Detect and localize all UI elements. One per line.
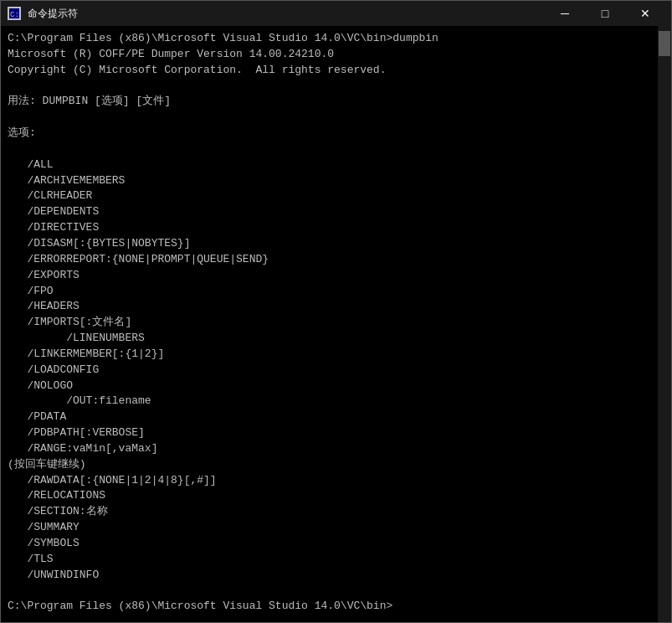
close-button[interactable]: ✕	[626, 1, 664, 26]
svg-text:C:: C:	[10, 11, 19, 19]
console-output: C:\Program Files (x86)\Microsoft Visual …	[8, 31, 664, 615]
cmd-icon: C:	[8, 7, 21, 20]
scrollbar[interactable]	[658, 26, 671, 622]
title-bar-left: C: 命令提示符	[8, 7, 78, 21]
window-title: 命令提示符	[28, 7, 78, 21]
console-area[interactable]: C:\Program Files (x86)\Microsoft Visual …	[1, 26, 671, 622]
window-controls: ─ □ ✕	[546, 1, 664, 26]
title-bar: C: 命令提示符 ─ □ ✕	[1, 1, 671, 26]
maximize-button[interactable]: □	[586, 1, 624, 26]
minimize-button[interactable]: ─	[546, 1, 584, 26]
cmd-window: C: 命令提示符 ─ □ ✕ C:\Program Files (x86)\Mi…	[0, 0, 672, 623]
scrollbar-thumb[interactable]	[659, 31, 670, 56]
